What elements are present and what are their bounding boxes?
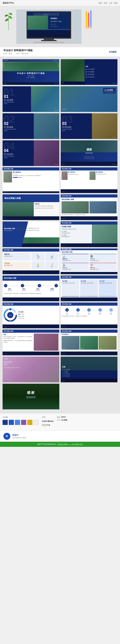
slide-thumb-section01[interactable]: 01 01 01 论文背景 Paper Background 某某大学 bbox=[3, 86, 59, 112]
slide-thumb-20[interactable]: 请在这里输入标题 ★ ★ ★ ★ ★ 标题一说明 标题二说明 bbox=[61, 302, 117, 328]
svg-text:人员: 人员 bbox=[9, 314, 12, 316]
slide-row-5: 请在这里输入标题 输入您的姓名 2018.01.01 请在这里输入您的内容文字，… bbox=[3, 167, 117, 193]
page-header: 某某设计平台 首页 分类 上传 登录 bbox=[0, 0, 120, 6]
slide-thumb-cover[interactable]: 某某大学 UNIVERSITY 毕业设计 答辩通用PPT模板 作者：某某 专业：… bbox=[3, 59, 59, 85]
promo-text: 更多PPT优质资源请访问 bbox=[37, 443, 56, 446]
slide-row-4: 04 04 04 论文结论 Paper Conclusions 某某大学 bbox=[3, 140, 117, 166]
slide3-logo: 某某大学 bbox=[55, 110, 59, 111]
svg-point-4 bbox=[9, 12, 13, 16]
color-swatch-2 bbox=[9, 420, 14, 425]
fonts-section: 字体 Arial Black 方正字体 bbox=[42, 416, 53, 428]
product-category: 呆鸟图库 bbox=[109, 51, 116, 53]
slide-thumb-section02[interactable]: 02 02 02 理论框架 Theoretical Framework 某某大学 bbox=[3, 113, 59, 139]
color-swatch-1 bbox=[3, 420, 8, 425]
slide-thumb-25[interactable]: 感谢 您的聆听 某某大学 bbox=[3, 384, 59, 409]
slide7-logo: 某某大学 bbox=[55, 164, 59, 165]
slide8-logo: 某某大学 bbox=[113, 164, 117, 165]
toc-item-1: 01 01 论文背景 bbox=[85, 68, 116, 70]
slide6-logo: 某某大学 bbox=[113, 137, 117, 138]
slide-thumb-14[interactable]: 请在这里输入标题 在这输入标题 请在这里输入您的内容文字说明 ▶ 小标题一 请在… bbox=[61, 222, 117, 247]
slide-thumb-23[interactable]: 小学 这是我学的 理由 请在这里输入您的内容文字详情介绍 某某大学 bbox=[3, 357, 59, 382]
format-value: PPTX bbox=[61, 416, 66, 418]
cover-title: 毕业设计 答辩通用PPT模板 bbox=[4, 72, 58, 74]
slide-thumb-thanks[interactable]: 感谢 您的聆听 请在这里输入正文内容 请在这里输入正文内容 某某大学 某某大学 bbox=[61, 140, 117, 166]
nav-home[interactable]: 首页 bbox=[98, 2, 102, 4]
slide-row-12: 小学 这是我学的 理由 请在这里输入您的内容文字详情介绍 某某大学 目录 bbox=[3, 357, 117, 382]
toc-item-4: 04 04 论文结论 bbox=[85, 76, 116, 78]
slide-row-10: 请在这里输入标题 人员 👤 bbox=[3, 302, 117, 328]
color-swatch-4 bbox=[21, 420, 26, 425]
svg-rect-25 bbox=[88, 15, 89, 28]
slide-thumb-13[interactable]: 请在这里输入标题 请输入副标题内容 请在这里输入您的内容文字说明详情介绍文字内容… bbox=[3, 222, 59, 247]
site-logo: 某某设计平台 bbox=[3, 2, 14, 4]
slide-row-13: 感谢 您的聆听 某某大学 bbox=[3, 384, 117, 409]
slide-thumb-24[interactable]: 目录 01 论文背景 综合概述 03 研究过程 bbox=[61, 357, 117, 382]
slide-thumb-12[interactable]: 请在这里输入标题 请在这里输入标题 请在这里输入内容说明文字，可以更改文字大小颜… bbox=[61, 194, 117, 220]
nav-login[interactable]: 登录 bbox=[114, 2, 117, 4]
slide-thumb-15[interactable]: 请在这里输入标题 创新之处 请在这里输入内容 不足之处 请在这里输入内容 bbox=[3, 248, 59, 274]
slide-thumb-10[interactable]: 请在这里输入标题 输入您的姓名 请在这里输入内容文字 bbox=[61, 167, 117, 193]
brand-name: 好设计 bbox=[12, 434, 116, 436]
slide-thumb-16[interactable]: 请在这里输入标题 请在这里输入标题 🔬 研究方法 请在这里输入内容 📚 研究方法 bbox=[61, 248, 117, 274]
format-label: 格式 bbox=[57, 416, 60, 418]
slides-container: 某某大学 UNIVERSITY 毕业设计 答辩通用PPT模板 作者：某某 专业：… bbox=[0, 57, 120, 413]
toc-item-2: 02 02 综合概述 bbox=[85, 71, 116, 73]
svg-marker-23 bbox=[86, 10, 87, 13]
svg-text:作者：某某: 作者：某某 bbox=[50, 24, 56, 25]
product-showcase: 某某大学 毕业设计 答辩通用PPT模板 作者：某某 专业：某某专业 bbox=[0, 6, 120, 47]
slide-row-11: 请在这里输入标题 标题 您可以在这里输入正文内容，文字内容说明介绍，您可以更改文… bbox=[3, 330, 117, 355]
slide-row-1: 某某大学 UNIVERSITY 毕业设计 答辩通用PPT模板 作者：某某 专业：… bbox=[3, 59, 117, 85]
brand-text: 好设计 好学优秀设计资源 bbox=[12, 434, 116, 439]
slide-thumb-11[interactable]: 请在这里输入标题 标题在这 请在这里输入您的内容文字详情介绍说明 请在这里输入您… bbox=[3, 194, 59, 220]
slide-row-2: 01 01 01 论文背景 Paper Background 某某大学 bbox=[3, 86, 117, 112]
svg-rect-12 bbox=[27, 16, 48, 29]
nav-upload[interactable]: 上传 bbox=[109, 2, 112, 4]
svg-point-3 bbox=[5, 14, 8, 17]
svg-rect-22 bbox=[86, 13, 87, 28]
nav-links[interactable]: 首页 分类 上传 登录 bbox=[98, 2, 117, 4]
decoration-left bbox=[4, 10, 14, 30]
footer-brand: 好 好设计 好学优秀设计资源 bbox=[0, 430, 120, 442]
toc-heading: 目录 bbox=[85, 66, 116, 68]
cover-meta: 作者：某某 专业：某某专业 bbox=[4, 75, 58, 78]
empty-slot bbox=[61, 384, 117, 409]
fonts-label: 字体 bbox=[42, 416, 53, 418]
colors-section: 主色调 bbox=[3, 416, 39, 426]
color-swatch-3 bbox=[15, 420, 20, 425]
slide-thumb-toc[interactable]: 目录 目录 01 01 论文背景 02 02 综合概述 03 bbox=[61, 59, 117, 85]
slide5-logo: 某某大学 bbox=[55, 137, 59, 138]
svg-rect-20 bbox=[41, 40, 57, 41]
brand-logo: 好 bbox=[4, 433, 10, 440]
slide-thumb-21[interactable]: 请在这里输入标题 标题 您可以在这里输入正文内容，文字内容说明介绍，您可以更改文… bbox=[3, 330, 59, 355]
page-footer: 好 好设计 好学优秀设计资源 更多PPT优质资源请访问 某某设计网站 —— su… bbox=[0, 430, 120, 447]
svg-marker-26 bbox=[88, 12, 89, 15]
format-section: 格式: PPTX 大小: 12.5MB bbox=[57, 416, 67, 421]
toc-item-3: 03 03 研究过程 bbox=[85, 74, 116, 75]
slide-thumb-section04[interactable]: 04 04 04 论文结论 Paper Conclusions 某某大学 bbox=[3, 140, 59, 166]
product-info-bar: 毕业设计 答辩通用PPT模板 作者：某某 | 专业：某某专业 呆鸟图库 bbox=[0, 47, 120, 57]
promo-link[interactable]: 某某设计网站 —— sucat993.com bbox=[57, 443, 83, 446]
svg-text:专业：某某专业: 专业：某某专业 bbox=[51, 26, 58, 27]
brand-tagline: 好学优秀设计资源 bbox=[12, 436, 116, 439]
nav-category[interactable]: 分类 bbox=[104, 2, 107, 4]
color-swatches bbox=[3, 420, 39, 425]
svg-rect-21 bbox=[33, 42, 64, 43]
product-title-main: 毕业设计 答辩通用PPT模板 作者：某某 | 专业：某某专业 bbox=[4, 49, 33, 55]
promo-banner: 更多PPT优质资源请访问 某某设计网站 —— sucat993.com bbox=[0, 442, 120, 447]
svg-rect-19 bbox=[44, 39, 54, 40]
svg-text:毕业设计: 毕业设计 bbox=[51, 18, 58, 19]
slide-row-8: 请在这里输入标题 创新之处 请在这里输入内容 不足之处 请在这里输入内容 bbox=[3, 248, 117, 274]
slide-row-7: 请在这里输入标题 请输入副标题内容 请在这里输入您的内容文字说明详情介绍文字内容… bbox=[3, 222, 117, 247]
slide-thumb-22[interactable]: 请在这里输入标题 研究成果展示 图片说明 图片说明 图片说明 bbox=[61, 330, 117, 355]
svg-rect-17 bbox=[27, 29, 70, 30]
decoration-right bbox=[84, 10, 94, 30]
slide-thumb-18[interactable]: 请在这里输入标题 输入标题 请在这里输入内容文字说明 输入标题 请在这里输入内容… bbox=[61, 276, 117, 301]
slide-thumb-19[interactable]: 请在这里输入标题 人员 👤 bbox=[3, 302, 59, 328]
slide-thumb-section01en[interactable]: 01 论文背景 Paper Background 某某大学 bbox=[61, 86, 117, 112]
font-demo-1: Arial Black bbox=[42, 420, 53, 422]
slide-thumb-17[interactable]: 请在这里输入标题 1 2 3 4 步骤一 输入内容 bbox=[3, 276, 59, 301]
slide-thumb-9[interactable]: 请在这里输入标题 输入您的姓名 2018.01.01 请在这里输入您的内容文字，… bbox=[3, 167, 59, 193]
slide-thumb-section03[interactable]: 03 03 03 研究过程 Research Progress 某某大学 bbox=[61, 113, 117, 139]
svg-text:某某大学: 某某大学 bbox=[44, 14, 49, 15]
product-meta: 作者：某某 | 专业：某某专业 bbox=[4, 52, 33, 55]
